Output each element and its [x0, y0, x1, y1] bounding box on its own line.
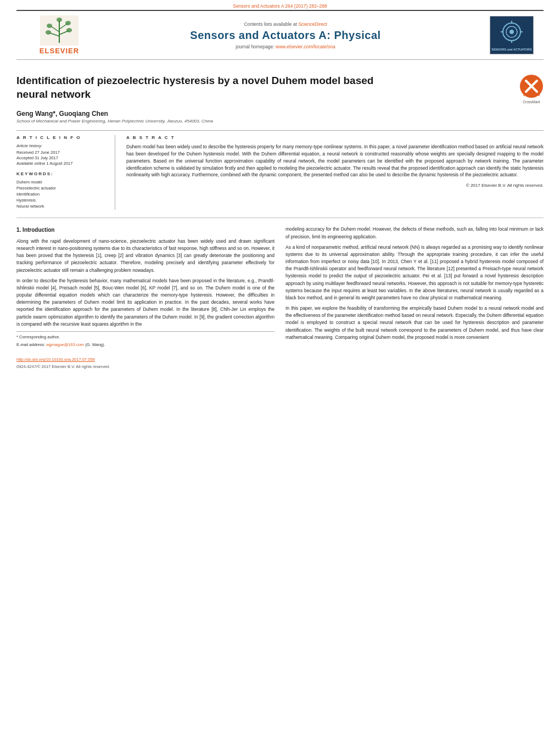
- body-right-col: modeling accuracy for the Duhem model. H…: [285, 226, 544, 370]
- journal-ref-bar: Sensors and Actuators A 264 (2017) 282–2…: [0, 0, 560, 10]
- elsevier-tree-icon: [40, 15, 79, 46]
- header-center: Contents lists available at ScienceDirec…: [92, 21, 479, 49]
- svg-text:CrossMark: CrossMark: [523, 93, 540, 97]
- abstract-text: Duhem model has been widely used to desc…: [126, 143, 544, 178]
- keyword-5: Neural network: [16, 204, 108, 209]
- col2-para2: As a kind of nonparametric method, artif…: [285, 244, 544, 302]
- body-two-col: 1. Introduction Along with the rapid dev…: [16, 226, 544, 370]
- journal-logo-box: SENSORS and ACTUATORS: [490, 16, 534, 54]
- sciencedirect-link[interactable]: ScienceDirect: [298, 21, 327, 27]
- crossmark-area: CrossMark CrossMark: [519, 74, 544, 104]
- keyword-1: Duhem model: [16, 180, 108, 185]
- email-suffix: (G. Wang).: [85, 342, 105, 347]
- journal-logo-icon: SENSORS and ACTUATORS: [490, 16, 533, 54]
- section-divider: [16, 217, 544, 218]
- email-link[interactable]: wgmague@163.com: [46, 342, 84, 347]
- accepted-date: Accepted 31 July 2017: [16, 155, 108, 160]
- keywords-section: Keywords: Duhem model Piezoelectric actu…: [16, 171, 108, 209]
- title-crossmark-row: Identification of piezoelectric hysteres…: [16, 65, 544, 107]
- article-history: Article history: Received 27 June 2017 A…: [16, 143, 108, 166]
- svg-point-9: [66, 28, 72, 32]
- svg-point-8: [46, 30, 51, 35]
- doi-link[interactable]: http://dx.doi.org/10.1016/j.sna.2017.07.…: [16, 357, 95, 362]
- footnote-section: * Corresponding author. E-mail address: …: [16, 331, 275, 370]
- doi-line: http://dx.doi.org/10.1016/j.sna.2017.07.…: [16, 356, 275, 363]
- abstract-col: A B S T R A C T Duhem model has been wid…: [126, 135, 544, 210]
- issn-line: 0924-4247/© 2017 Elsevier B.V. All right…: [16, 364, 275, 370]
- authors-line: Geng Wang*, Guoqiang Chen: [16, 110, 544, 118]
- content-area: Identification of piezoelectric hysteres…: [0, 60, 560, 381]
- crossmark-label: CrossMark: [519, 100, 544, 104]
- footnote-email-line: E-mail address: wgmague@163.com (G. Wang…: [16, 342, 275, 348]
- article-info-col: A R T I C L E I N F O Article history: R…: [16, 135, 115, 210]
- email-label: E-mail address:: [16, 342, 45, 347]
- received-date: Received 27 June 2017: [16, 150, 108, 155]
- authors-text: Geng Wang*, Guoqiang Chen: [16, 110, 108, 118]
- header-left: ELSEVIER: [26, 15, 92, 55]
- sciencedirect-line: Contents lists available at ScienceDirec…: [98, 21, 473, 27]
- abstract-heading: A B S T R A C T: [126, 135, 544, 140]
- journal-ref-text: Sensors and Actuators A 264 (2017) 282–2…: [233, 3, 327, 9]
- affiliation-line: School of Mechanical and Power Engineeri…: [16, 119, 544, 124]
- page-wrapper: Sensors and Actuators A 264 (2017) 282–2…: [0, 0, 560, 381]
- keywords-heading: Keywords:: [16, 171, 108, 176]
- elsevier-logo: ELSEVIER: [26, 15, 92, 55]
- intro-para2: In order to describe the hysteresis beha…: [16, 277, 275, 328]
- history-heading: Article history:: [16, 143, 108, 148]
- svg-point-10: [57, 18, 62, 22]
- homepage-link[interactable]: www.elsevier.com/locate/sna: [276, 44, 335, 49]
- keyword-4: Hysteresis: [16, 198, 108, 203]
- crossmark-icon[interactable]: CrossMark: [519, 74, 544, 98]
- article-info-heading: A R T I C L E I N F O: [16, 135, 108, 140]
- article-title: Identification of piezoelectric hysteres…: [16, 74, 390, 101]
- homepage-prefix: journal homepage:: [236, 44, 274, 49]
- copyright-line: © 2017 Elsevier B.V. All rights reserved…: [126, 183, 544, 188]
- intro-para1: Along with the rapid development of nano…: [16, 238, 275, 274]
- body-left-col: 1. Introduction Along with the rapid dev…: [16, 226, 275, 370]
- keyword-3: Identification: [16, 192, 108, 197]
- header-right: SENSORS and ACTUATORS: [479, 16, 534, 54]
- elsevier-label: ELSEVIER: [40, 47, 79, 55]
- svg-point-7: [65, 21, 71, 25]
- col2-para1: modeling accuracy for the Duhem model. H…: [285, 226, 544, 240]
- sciencedirect-prefix: Contents lists available at: [244, 21, 296, 27]
- footnote-star-text: * Corresponding author.: [16, 334, 275, 341]
- svg-text:SENSORS and ACTUATORS: SENSORS and ACTUATORS: [491, 48, 532, 51]
- journal-homepage: journal homepage: www.elsevier.com/locat…: [98, 44, 473, 49]
- svg-point-6: [47, 24, 52, 28]
- journal-title: Sensors and Actuators A: Physical: [98, 29, 473, 42]
- available-date: Available online 1 August 2017: [16, 161, 108, 166]
- header-section: ELSEVIER Contents lists available at Sci…: [16, 10, 544, 60]
- keyword-2: Piezoelectric actuator: [16, 186, 108, 191]
- col2-para3: In this paper, we explore the feasibilit…: [285, 305, 544, 341]
- svg-point-14: [509, 30, 514, 34]
- article-info-abstract-section: A R T I C L E I N F O Article history: R…: [16, 130, 544, 210]
- section1-title: 1. Introduction: [16, 226, 275, 235]
